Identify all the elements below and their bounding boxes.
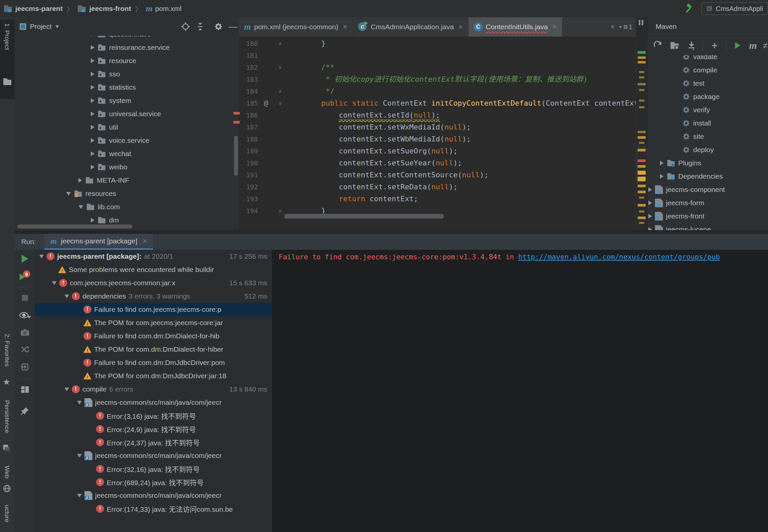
close-icon[interactable]: × bbox=[611, 23, 615, 31]
maven-goal-compile[interactable]: compile bbox=[682, 63, 717, 77]
project-tree-item-questionnaire[interactable]: questionnaire bbox=[91, 36, 151, 41]
chevron-right-icon[interactable] bbox=[648, 187, 652, 192]
close-icon[interactable]: × bbox=[552, 23, 557, 31]
maven-module-jeecms-lucene[interactable]: mjeecms-lucene bbox=[648, 223, 711, 230]
project-tree-item-universal.service[interactable]: universal.service bbox=[91, 107, 161, 121]
maven-module-jeecms-component[interactable]: mjeecms-component bbox=[648, 183, 725, 196]
editor-error-stripe[interactable] bbox=[636, 17, 648, 230]
project-tree-item-META-INF[interactable]: META-INF bbox=[78, 174, 129, 187]
error-stripe-mark[interactable] bbox=[638, 171, 646, 175]
editor-tab-pom-xml--jeecms-common-[interactable]: mpom.xml (jeecms-common)× bbox=[239, 17, 353, 37]
run-tab-jeecms-parent[interactable]: m jeecms-parent [package] × bbox=[45, 234, 153, 250]
run-tree-item[interactable]: Jjeecms-common/src/main/java/com/jeecr bbox=[35, 489, 272, 502]
error-stripe-mark[interactable] bbox=[638, 185, 646, 187]
error-stripe-mark[interactable] bbox=[639, 71, 644, 73]
error-stripe-mark[interactable] bbox=[639, 211, 644, 213]
close-icon[interactable]: × bbox=[343, 23, 347, 31]
run-tree-item[interactable]: !dependencies 3 errors, 3 warnings512 ms bbox=[35, 290, 272, 303]
chevron-down-icon[interactable] bbox=[64, 295, 69, 298]
maven-reimport-button[interactable] bbox=[652, 40, 663, 51]
run-tree-item[interactable]: !Error:(32,16) java: 找不到符号 bbox=[35, 462, 272, 476]
maven-module-jeecms-form[interactable]: mjeecms-form bbox=[648, 196, 705, 210]
run-tree-item[interactable]: Jjeecms-common/src/main/java/com/jeecr bbox=[35, 396, 272, 409]
error-stripe-mark[interactable] bbox=[638, 159, 646, 162]
pin-button[interactable] bbox=[19, 405, 31, 416]
run-tree-item[interactable]: !Error:(3,16) java: 找不到符号 bbox=[35, 409, 272, 422]
project-stripe-label[interactable]: 1: Project bbox=[3, 23, 11, 50]
collapse-all-button[interactable] bbox=[195, 21, 206, 32]
project-tree-item-dm[interactable]: dm bbox=[91, 214, 119, 224]
close-icon[interactable]: × bbox=[458, 23, 463, 31]
error-stripe-mark[interactable] bbox=[638, 51, 646, 54]
error-stripe-mark[interactable] bbox=[639, 222, 644, 224]
horizontal-splitter[interactable] bbox=[15, 230, 768, 234]
run-tree-item[interactable]: !Error:(174,33) java: 无法访问com.sun.be bbox=[35, 502, 272, 515]
chevron-right-icon[interactable] bbox=[78, 178, 82, 183]
run-tree-item[interactable]: !The POM for com.dm:DmJdbcDriver:jar:18 bbox=[35, 369, 272, 383]
error-stripe-mark[interactable] bbox=[638, 204, 646, 207]
chevron-right-icon[interactable] bbox=[91, 165, 94, 169]
run-tree-item[interactable]: !The POM for com.dm:DmDialect-for-hiber bbox=[35, 343, 272, 356]
error-stripe-mark[interactable] bbox=[638, 83, 646, 85]
execute-maven-goal-icon[interactable]: m bbox=[749, 40, 757, 51]
chevron-down-icon[interactable] bbox=[64, 388, 69, 391]
run-tree-item[interactable]: !The POM for com.jeecms:jeecms-core:jar bbox=[35, 316, 272, 329]
sidebar-item-favorites[interactable]: 2: Favorites bbox=[3, 334, 11, 367]
chevron-right-icon[interactable] bbox=[648, 214, 652, 219]
chevron-right-icon[interactable] bbox=[91, 58, 94, 63]
chevron-right-icon[interactable] bbox=[91, 138, 94, 143]
error-stripe-mark[interactable] bbox=[639, 89, 644, 91]
error-stripe-mark[interactable] bbox=[639, 76, 644, 78]
dashboard-button[interactable] bbox=[19, 384, 31, 395]
chevron-right-icon[interactable] bbox=[91, 125, 94, 130]
project-tree-item-resource[interactable]: resource bbox=[91, 54, 136, 67]
editor-tab-contentinitutils-java[interactable]: CContentInitUtils.java× bbox=[468, 17, 562, 37]
error-stripe-mark[interactable] bbox=[639, 142, 644, 144]
project-tree-item-system[interactable]: system bbox=[91, 94, 131, 107]
maven-goal-validate[interactable]: validate bbox=[682, 55, 717, 63]
maven-goal-verify[interactable]: verify bbox=[682, 103, 710, 117]
rerun-failed-button[interactable]: 9 bbox=[19, 270, 31, 281]
project-tree-item-resources[interactable]: resources bbox=[66, 187, 116, 200]
sidebar-item-web[interactable]: Web bbox=[3, 466, 11, 479]
chevron-down-icon[interactable] bbox=[78, 205, 83, 209]
project-vertical-scrollbar[interactable] bbox=[234, 136, 238, 176]
chevron-down-icon[interactable] bbox=[52, 281, 56, 285]
hidden-tabs-dropdown[interactable]: ≡1 bbox=[618, 22, 632, 32]
chevron-down-icon[interactable] bbox=[55, 25, 59, 28]
maven-goal-deploy[interactable]: deploy bbox=[682, 143, 714, 156]
stop-button[interactable] bbox=[19, 292, 31, 304]
error-stripe-mark[interactable] bbox=[638, 217, 646, 219]
error-stripe-mark[interactable] bbox=[638, 131, 646, 133]
maven-node-dependencies[interactable]: Dependencies bbox=[660, 170, 723, 183]
maven-module-jeecms-front[interactable]: mjeecms-front bbox=[648, 210, 705, 223]
chevron-down-icon[interactable] bbox=[77, 401, 82, 404]
error-stripe-mark[interactable] bbox=[638, 177, 646, 181]
editor-horizontal-scrollbar[interactable] bbox=[284, 214, 444, 219]
chevron-right-icon[interactable] bbox=[91, 151, 94, 156]
chevron-down-icon[interactable] bbox=[66, 192, 71, 196]
build-hammer-button[interactable] bbox=[682, 3, 694, 14]
run-tree-item[interactable]: !compile 6 errors13 s 840 ms bbox=[35, 383, 272, 396]
sidebar-item-ucture[interactable]: ucture bbox=[3, 505, 11, 522]
error-stripe-mark[interactable] bbox=[639, 197, 644, 199]
chevron-right-icon[interactable] bbox=[91, 85, 94, 90]
run-tree-item[interactable]: !com.jeecms:jeecms-common:jar:x15 s 633 … bbox=[35, 276, 272, 290]
maven-goal-site[interactable]: site bbox=[682, 130, 704, 143]
project-tree-item-statistics[interactable]: statistics bbox=[91, 81, 136, 94]
maven-run-button[interactable] bbox=[732, 40, 743, 51]
project-tree-item-sso[interactable]: sso bbox=[91, 67, 120, 81]
chevron-right-icon[interactable] bbox=[660, 174, 664, 179]
run-tree-item[interactable]: !Error:(24,9) java: 找不到符号 bbox=[35, 422, 272, 436]
maven-add-button[interactable]: + bbox=[709, 40, 720, 51]
skip-tests-icon[interactable]: ≠| bbox=[763, 41, 768, 51]
project-tree-item-util[interactable]: util bbox=[91, 121, 118, 134]
chevron-down-icon[interactable] bbox=[77, 454, 82, 458]
project-tree-item-reinsurance.service[interactable]: reinsurance.service bbox=[91, 41, 169, 54]
test-history-button[interactable] bbox=[19, 344, 31, 355]
run-tree-item[interactable]: Jjeecms-common/src/main/java/com/jeecr bbox=[35, 449, 272, 462]
project-horizontal-scrollbar[interactable] bbox=[17, 224, 132, 228]
chevron-right-icon[interactable] bbox=[91, 36, 94, 37]
run-tree-item[interactable]: !Error:(24,37) java: 找不到符号 bbox=[35, 436, 272, 449]
chevron-right-icon[interactable] bbox=[91, 98, 94, 103]
